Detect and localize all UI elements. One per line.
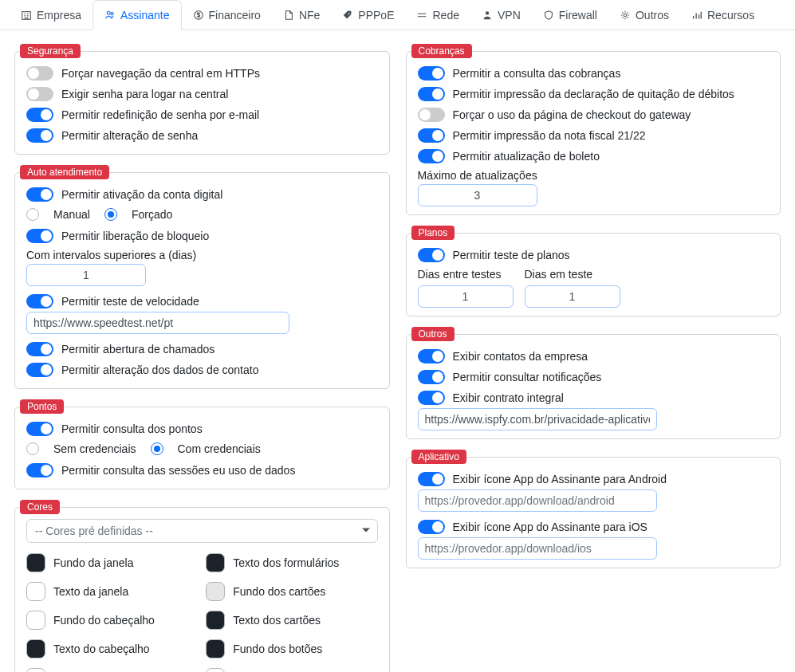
label: Permitir impressão da nota fiscal 21/22 — [453, 129, 646, 142]
intervalos-input[interactable] — [26, 264, 146, 286]
max-atualizacoes-input[interactable] — [418, 184, 537, 206]
radio-com-cred[interactable] — [151, 442, 163, 455]
panel-pontos: Pontos Permitir consulta dos pontos Sem … — [14, 407, 390, 489]
color-item: Fundo do cabeçalho — [26, 608, 198, 632]
toggle-chamados[interactable] — [26, 342, 53, 356]
toggle-alt-senha[interactable] — [26, 128, 53, 143]
privacidade-url-input[interactable] — [418, 408, 657, 430]
tab-vpn[interactable]: VPN — [470, 0, 532, 29]
label: Forçar navegação da central em HTTPs — [61, 67, 260, 80]
label: Permitir teste de planos — [453, 249, 570, 261]
dias-entre-input[interactable] — [418, 285, 514, 308]
tab-firewall[interactable]: Firewall — [532, 0, 608, 29]
label: Com credenciais — [178, 442, 261, 455]
label: Manual — [53, 208, 90, 221]
tab-assinante[interactable]: Assinante — [92, 0, 181, 30]
color-label: Texto do cabeçalho — [53, 643, 150, 655]
label: Exibir ícone App do Assinante para iOS — [453, 521, 647, 533]
toggle-liberacao[interactable] — [26, 229, 53, 243]
gear-icon — [620, 10, 631, 21]
toggle-ativacao[interactable] — [26, 187, 53, 202]
label: Forçar o uso da página de checkout do ga… — [453, 108, 691, 121]
android-url-input[interactable] — [418, 489, 657, 512]
color-swatch[interactable] — [206, 582, 225, 601]
panel-title: Segurança — [20, 44, 81, 58]
panel-planos: Planos Permitir teste de planos Dias ent… — [406, 233, 781, 316]
color-swatch[interactable] — [26, 668, 45, 672]
color-label: Fundo da janela — [53, 556, 133, 569]
label: Permitir impressão da declaração de quit… — [453, 88, 734, 100]
intervalos-label: Com intervalos superiores a (dias) — [26, 246, 378, 264]
toggle-cobr-consulta[interactable] — [418, 66, 445, 81]
user-icon — [482, 10, 493, 21]
toggle-alt-contato[interactable] — [26, 363, 53, 377]
toggle-senha-logar[interactable] — [26, 87, 53, 101]
panel-title: Cobranças — [411, 44, 472, 58]
toggle-outros-notif[interactable] — [418, 370, 445, 384]
tag-icon — [342, 10, 353, 21]
radio-manual[interactable] — [26, 208, 39, 221]
color-item: Fundo da janela — [26, 551, 198, 575]
color-item: Fundo dos botões — [206, 637, 377, 661]
toggle-cobr-checkout[interactable] — [418, 108, 445, 122]
color-swatch[interactable] — [206, 553, 225, 572]
label: Permitir teste de velocidade — [61, 295, 199, 308]
dias-entre-label: Dias entre testes — [418, 265, 514, 283]
color-item: Fundo dos formulários — [26, 666, 198, 672]
label: Exibir contrato integral — [453, 391, 564, 404]
tab-rede[interactable]: Rede — [405, 0, 470, 29]
color-swatch[interactable] — [206, 668, 225, 672]
toggle-app-ios[interactable] — [418, 520, 445, 534]
toggle-planos-teste[interactable] — [418, 248, 445, 262]
color-item: Texto dos cartões — [206, 608, 377, 632]
tab-nfe[interactable]: NFe — [272, 0, 331, 29]
color-swatch[interactable] — [206, 611, 225, 630]
toggle-outros-contatos[interactable] — [418, 349, 445, 364]
color-swatch[interactable] — [26, 582, 45, 601]
dias-teste-input[interactable] — [525, 285, 620, 308]
tab-pppoe[interactable]: PPPoE — [331, 0, 405, 29]
label: Sem credenciais — [53, 442, 136, 455]
tab-recursos[interactable]: Recursos — [680, 0, 765, 29]
toggle-cobr-impressao[interactable] — [418, 87, 445, 101]
color-label: Texto da janela — [53, 585, 128, 598]
panel-title: Auto atendimento — [20, 165, 109, 179]
tab-bar: Empresa Assinante Financeiro NFe PPPoE R… — [0, 0, 795, 30]
dollar-icon — [193, 10, 204, 21]
speedtest-url-input[interactable] — [26, 312, 289, 334]
ios-url-input[interactable] — [418, 537, 657, 560]
color-item: Texto dos formulários — [206, 551, 377, 575]
shield-icon — [543, 10, 554, 21]
panel-title: Outros — [411, 327, 455, 341]
color-label: Fundo dos cartões — [233, 585, 325, 598]
radio-forcado[interactable] — [104, 208, 117, 221]
cores-select[interactable]: -- Cores pré definidas -- — [26, 519, 378, 543]
label: Exigir senha para logar na central — [61, 88, 228, 100]
users-icon — [104, 10, 116, 21]
toggle-senha-email[interactable] — [26, 108, 53, 122]
tab-financeiro[interactable]: Financeiro — [182, 0, 272, 29]
max-label: Máximo de atualizações — [418, 167, 769, 184]
tab-empresa[interactable]: Empresa — [10, 0, 92, 29]
radio-sem-cred[interactable] — [26, 442, 39, 455]
toggle-teste-vel[interactable] — [26, 294, 53, 308]
label: Permitir liberação de bloqueio — [61, 230, 209, 242]
panel-cores: Cores -- Cores pré definidas -- Fundo da… — [14, 507, 390, 672]
toggle-outros-contrato[interactable] — [418, 391, 445, 405]
toggle-https[interactable] — [26, 66, 53, 81]
tab-outros[interactable]: Outros — [608, 0, 680, 29]
color-swatch[interactable] — [206, 639, 225, 658]
toggle-cobr-nf[interactable] — [418, 128, 445, 143]
label: Permitir consulta dos pontos — [61, 422, 203, 435]
color-swatch[interactable] — [26, 639, 45, 658]
color-swatch[interactable] — [26, 611, 45, 630]
panel-title: Cores — [20, 500, 60, 514]
toggle-sessoes[interactable] — [26, 463, 53, 477]
toggle-cobr-boleto[interactable] — [418, 149, 445, 163]
file-icon — [283, 10, 294, 21]
color-swatch[interactable] — [26, 553, 45, 572]
panel-outros: Outros Exibir contatos da empresa Permit… — [406, 334, 781, 439]
toggle-pontos-consulta[interactable] — [26, 422, 53, 436]
toggle-app-android[interactable] — [418, 472, 445, 486]
label: Permitir abertura de chamados — [61, 343, 214, 356]
